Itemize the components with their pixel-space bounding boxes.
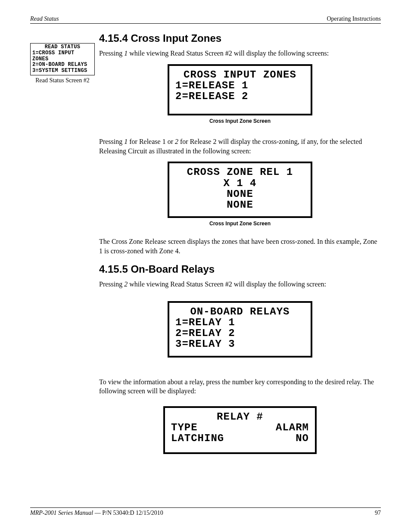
body-paragraph: To view the information about a relay, p… xyxy=(99,377,381,396)
lcd-screen-relay-detail: RELAY # TYPE ALARM LATCHING NO xyxy=(163,406,317,454)
lcd-figure: ON-BOARD RELAYS 1=RELAY 1 2=RELAY 2 3=RE… xyxy=(99,301,381,358)
lcd-caption: Cross Input Zone Screen xyxy=(99,221,381,227)
lcd-line: 2=RELAY 2 xyxy=(175,328,305,339)
side-lcd-line: 1=CROSS INPUT ZONES xyxy=(32,50,93,62)
lcd-line: CROSS ZONE REL 1 xyxy=(175,167,305,177)
body-paragraph: The Cross Zone Release screen displays t… xyxy=(99,237,381,255)
lcd-line: 2=RELEASE 2 xyxy=(175,91,305,102)
running-header: Read Status Operating Instructions xyxy=(30,16,381,24)
section-heading-4-15-5: 4.15.5 On-Board Relays xyxy=(99,263,381,275)
main-column: 4.15.4 Cross Input Zones Pressing 1 whil… xyxy=(99,32,381,457)
side-lcd-box: READ STATUS 1=CROSS INPUT ZONES 2=ON-BOA… xyxy=(30,43,95,75)
runhead-left: Read Status xyxy=(30,16,59,22)
lcd-figure: RELAY # TYPE ALARM LATCHING NO xyxy=(99,406,381,454)
lcd-screen-on-board-relays: ON-BOARD RELAYS 1=RELAY 1 2=RELAY 2 3=RE… xyxy=(168,301,312,358)
lcd-screen-cross-zone-rel: CROSS ZONE REL 1 X 1 4 NONE NONE xyxy=(168,162,312,218)
side-column: READ STATUS 1=CROSS INPUT ZONES 2=ON-BOA… xyxy=(30,32,99,457)
body-paragraph: Pressing 1 for Release 1 or 2 for Releas… xyxy=(99,137,381,156)
lcd-line: 1=RELEASE 1 xyxy=(175,80,305,91)
content-grid: READ STATUS 1=CROSS INPUT ZONES 2=ON-BOA… xyxy=(30,32,381,457)
page-footer: MRP-2001 Series Manual — P/N 53040:D 12/… xyxy=(30,507,381,516)
page: Read Status Operating Instructions READ … xyxy=(0,0,411,532)
lcd-line: X 1 4 xyxy=(175,178,305,189)
lcd-line: LATCHING NO xyxy=(171,433,309,444)
side-lcd-line: 2=ON-BOARD RELAYS xyxy=(32,62,93,68)
lcd-figure: CROSS INPUT ZONES 1=RELEASE 1 2=RELEASE … xyxy=(99,64,381,124)
side-lcd-title: READ STATUS xyxy=(32,44,93,50)
side-lcd-line: 3=SYSTEM SETTINGS xyxy=(32,68,93,74)
lcd-line: ON-BOARD RELAYS xyxy=(175,306,305,317)
lcd-line: RELAY # xyxy=(171,411,309,422)
lcd-caption: Cross Input Zone Screen xyxy=(99,118,381,124)
lcd-line: 3=RELAY 3 xyxy=(175,339,305,349)
footer-page-number: 97 xyxy=(375,510,381,516)
lcd-screen-cross-input-zones: CROSS INPUT ZONES 1=RELEASE 1 2=RELEASE … xyxy=(168,64,312,116)
footer-left: MRP-2001 Series Manual — P/N 53040:D 12/… xyxy=(30,510,163,516)
runhead-right: Operating Instructions xyxy=(327,16,381,22)
lcd-line: TYPE ALARM xyxy=(171,422,309,433)
body-paragraph: Pressing 1 while viewing Read Status Scr… xyxy=(99,49,381,58)
side-lcd-caption: Read Status Screen #2 xyxy=(30,77,95,84)
section-heading-4-15-4: 4.15.4 Cross Input Zones xyxy=(99,32,381,44)
lcd-line: NONE xyxy=(175,199,305,210)
lcd-figure: CROSS ZONE REL 1 X 1 4 NONE NONE Cross I… xyxy=(99,162,381,227)
lcd-line: NONE xyxy=(175,189,305,199)
lcd-line: CROSS INPUT ZONES xyxy=(175,69,305,80)
keypress: 2 xyxy=(175,138,178,145)
body-paragraph: Pressing 2 while viewing Read Status Scr… xyxy=(99,280,381,289)
lcd-line: 1=RELAY 1 xyxy=(175,317,305,328)
